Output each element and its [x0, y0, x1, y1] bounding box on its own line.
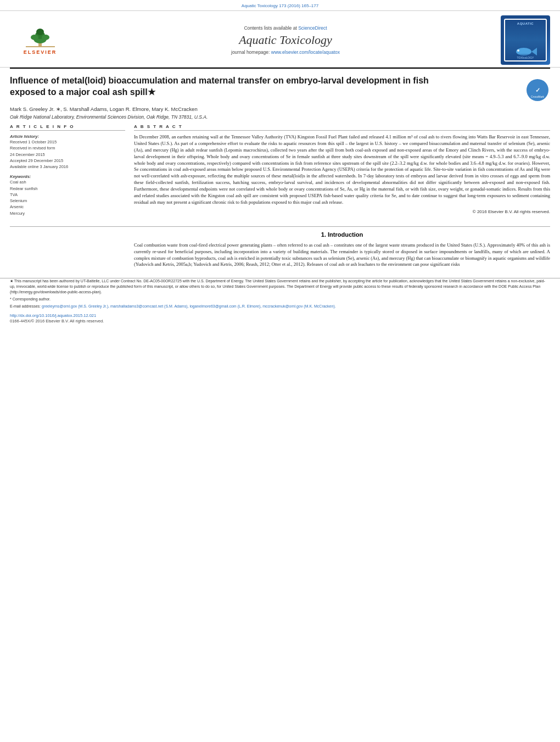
abstract-text: In December 2008, an earthen retaining w… — [134, 134, 550, 206]
footer-doi[interactable]: http://dx.doi.org/10.1016/j.aquatox.2015… — [10, 313, 550, 318]
journal-top-bar: Aquatic Toxicology 173 (2016) 165–177 — [0, 0, 560, 11]
article-info-column: A R T I C L E I N F O Article history: R… — [10, 124, 125, 221]
svg-point-5 — [42, 35, 49, 40]
journal-title-header: Aquatic Toxicology — [70, 33, 501, 47]
badge-text-aquatic: AQUATIC — [505, 22, 546, 25]
svg-point-9 — [517, 49, 519, 52]
revised-label: Received in revised form — [10, 145, 125, 151]
revised-date: 24 December 2015 — [10, 152, 125, 158]
svg-text:✓: ✓ — [535, 87, 540, 93]
page: Aquatic Toxicology 173 (2016) 165–177 EL… — [0, 0, 560, 742]
copyright-line: © 2016 Elsevier B.V. All rights reserved… — [134, 209, 550, 214]
header-row: ELSEVIER Contents lists available at Sci… — [0, 11, 560, 68]
sciencedirect-link[interactable]: ScienceDirect — [298, 25, 327, 31]
keyword-1: Coal ash — [10, 179, 125, 185]
elsevier-logo: ELSEVIER — [10, 24, 70, 57]
header-center: Contents lists available at ScienceDirec… — [70, 25, 501, 55]
history-label: Article history: — [10, 134, 125, 139]
elsevier-tree-icon — [25, 25, 55, 48]
affiliation-line: Oak Ridge National Laboratory, Environme… — [10, 114, 550, 120]
intro-label: Introduction — [328, 231, 363, 238]
email-footnote: E-mail addresses: greeleyms@ornl.gov (M.… — [10, 304, 550, 309]
section-divider — [10, 226, 550, 227]
email-list: greeleyms@ornl.gov (M.S. Greeley Jr.), m… — [42, 304, 336, 308]
contents-line: Contents lists available at ScienceDirec… — [70, 25, 501, 31]
intro-number: 1. — [321, 231, 326, 238]
intro-paragraph-1: Coal combustion waste from coal-fired el… — [134, 242, 550, 267]
crossmark-badge[interactable]: ✓ CrossMark — [525, 78, 550, 103]
keyword-4: Selenium — [10, 198, 125, 204]
star-footnote: ★ This manuscript has been authored by U… — [10, 278, 550, 294]
corresponding-footnote: * Corresponding author. — [10, 297, 550, 302]
authors-line: Mark S. Greeley Jr. ∗, S. Marshall Adams… — [10, 106, 550, 112]
homepage-line: journal homepage: www.elsevier.com/locat… — [70, 49, 501, 55]
abstract-column: A B S T R A C T In December 2008, an ear… — [134, 124, 550, 221]
article-header: Influence of metal(loid) bioaccumulation… — [10, 75, 550, 103]
introduction-column: 1. Introduction Coal combustion waste fr… — [134, 231, 550, 269]
main-content: Influence of metal(loid) bioaccumulation… — [0, 69, 560, 274]
article-info-abstract-row: A R T I C L E I N F O Article history: R… — [10, 124, 550, 221]
keyword-5: Arsenic — [10, 204, 125, 210]
homepage-label: journal homepage: — [231, 49, 270, 55]
doi-line: Aquatic Toxicology 173 (2016) 165–177 — [0, 3, 560, 8]
aquatic-toxicology-badge: AQUATIC TOXIcoLOGY — [501, 15, 550, 65]
elsevier-label: ELSEVIER — [24, 49, 57, 55]
keywords-label: Keywords: — [10, 174, 125, 179]
page-footer: http://dx.doi.org/10.1016/j.aquatox.2015… — [0, 311, 560, 326]
intro-text: Coal combustion waste from coal-fired el… — [134, 242, 550, 269]
homepage-url[interactable]: www.elsevier.com/locate/aquatox — [271, 49, 340, 55]
keywords-block: Keywords: Coal ash Redear sunfish TVA Se… — [10, 174, 125, 216]
email-header-label: E-mail addresses: — [10, 304, 41, 308]
contents-label: Contents lists available at — [244, 25, 296, 31]
footer-issn: 0166-445X/© 2016 Elsevier B.V. All right… — [10, 319, 104, 323]
available-date: Available online 3 January 2016 — [10, 164, 125, 170]
accepted-date: Accepted 29 December 2015 — [10, 158, 125, 164]
abstract-header: A B S T R A C T — [134, 124, 550, 131]
bottom-two-col: 1. Introduction Coal combustion waste fr… — [10, 231, 550, 269]
received-date: Received 1 October 2015 — [10, 139, 125, 145]
bottom-left-col — [10, 231, 125, 269]
intro-title: 1. Introduction — [134, 231, 550, 238]
badge-text-toxicology: TOXIcoLOGY — [505, 56, 546, 59]
article-info-header: A R T I C L E I N F O — [10, 124, 125, 131]
svg-rect-6 — [26, 46, 55, 47]
article-title: Influence of metal(loid) bioaccumulation… — [10, 75, 460, 98]
svg-point-3 — [36, 29, 44, 35]
svg-point-4 — [31, 35, 38, 40]
svg-text:CrossMark: CrossMark — [531, 95, 545, 98]
article-history: Article history: Received 1 October 2015… — [10, 134, 125, 170]
footnote-section: ★ This manuscript has been authored by U… — [0, 278, 560, 309]
keyword-3: TVA — [10, 192, 125, 198]
keyword-2: Redear sunfish — [10, 186, 125, 192]
badge-inner: AQUATIC TOXIcoLOGY — [504, 19, 547, 62]
svg-marker-8 — [531, 48, 537, 55]
keyword-6: Mercury — [10, 210, 125, 216]
crossmark-icon: ✓ CrossMark — [525, 78, 550, 103]
